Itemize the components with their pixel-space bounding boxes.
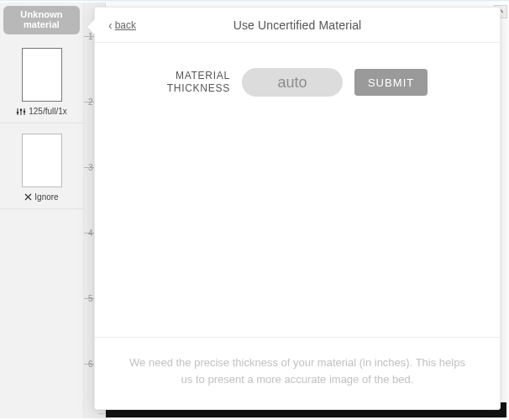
thickness-label: MATERIAL THICKNESS bbox=[167, 70, 230, 95]
dialog-footer-hint: We need the precise thickness of your ma… bbox=[95, 337, 500, 409]
ruler-tick-label: 4 bbox=[88, 228, 93, 238]
ruler-tick-minor bbox=[98, 413, 105, 414]
ruler-tick-label: 5 bbox=[88, 294, 93, 303]
sliders-icon bbox=[16, 108, 26, 116]
thumb-caption-text: Ignore bbox=[34, 192, 58, 202]
svg-point-3 bbox=[17, 111, 19, 113]
thumb-item-1[interactable]: Ignore bbox=[0, 123, 83, 209]
material-chip[interactable]: Unknown material bbox=[3, 6, 80, 34]
top-accent bbox=[0, 0, 509, 2]
x-icon bbox=[24, 193, 32, 201]
sidebar: Unknown material 125/full/1x bbox=[0, 3, 84, 418]
dialog-body: MATERIAL THICKNESS SUBMIT bbox=[95, 43, 500, 337]
dialog-title: Use Uncertified Material bbox=[234, 18, 362, 32]
back-label: back bbox=[115, 19, 136, 31]
thickness-label-line2: THICKNESS bbox=[167, 82, 230, 95]
thumbnail bbox=[22, 48, 62, 102]
material-chip-label: Unknown material bbox=[20, 10, 62, 29]
thickness-input[interactable] bbox=[242, 68, 343, 97]
submit-button[interactable]: SUBMIT bbox=[354, 69, 428, 96]
thumbnail bbox=[22, 134, 62, 187]
material-dialog: ‹ back Use Uncertified Material MATERIAL… bbox=[94, 7, 501, 410]
thumb-caption-text: 125/full/1x bbox=[29, 107, 67, 116]
svg-point-4 bbox=[20, 108, 23, 111]
ruler-tick-label: 3 bbox=[88, 163, 93, 172]
chevron-left-icon: ‹ bbox=[108, 19, 113, 31]
thickness-row: MATERIAL THICKNESS SUBMIT bbox=[118, 68, 476, 97]
ruler-tick-label: 6 bbox=[88, 360, 93, 369]
thickness-label-line1: MATERIAL bbox=[167, 70, 230, 82]
ruler-tick-label: 2 bbox=[88, 97, 93, 107]
svg-point-5 bbox=[24, 110, 26, 113]
dialog-header: ‹ back Use Uncertified Material bbox=[95, 8, 500, 43]
back-button[interactable]: ‹ back bbox=[108, 8, 136, 42]
thumb-item-0[interactable]: 125/full/1x bbox=[0, 38, 83, 123]
